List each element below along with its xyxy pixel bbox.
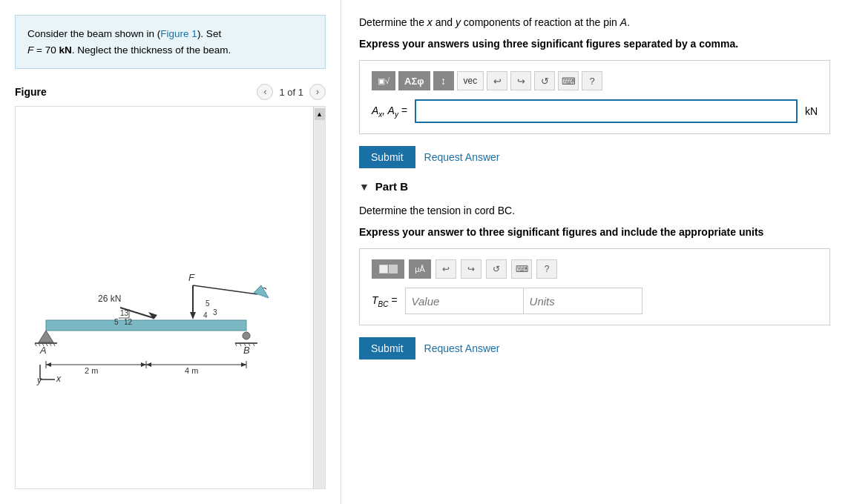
svg-marker-46	[46, 362, 51, 367]
tb2-keyboard-button[interactable]: ⌨	[511, 259, 532, 279]
format-button-2[interactable]: ΑΣφ	[398, 71, 430, 90]
part-b-actions: Submit Request Answer	[359, 337, 830, 359]
part-a-submit-button[interactable]: Submit	[359, 146, 415, 168]
tb2-help-button[interactable]: ?	[536, 259, 557, 279]
svg-text:3: 3	[213, 308, 217, 316]
svg-text:y: y	[36, 375, 42, 385]
svg-text:2 m: 2 m	[85, 366, 98, 375]
diagram-area: y x A	[16, 107, 313, 488]
part-b-submit-button[interactable]: Submit	[359, 337, 415, 359]
format-button-3[interactable]: ↕	[433, 71, 454, 90]
part-b-toolbar: μÅ ↩ ↪ ↺ ⌨ ?	[372, 259, 818, 279]
problem-statement: Consider the beam shown in (Figure 1). S…	[15, 15, 326, 69]
svg-text:12: 12	[124, 318, 133, 326]
part-b-answer-box: μÅ ↩ ↪ ↺ ⌨ ? TBC =	[359, 248, 830, 325]
equation-label-a: Ax, Ay =	[372, 105, 407, 119]
figure-scrollbar[interactable]: ▲	[313, 107, 325, 488]
part-b-request-button[interactable]: Request Answer	[424, 342, 500, 354]
svg-text:5: 5	[206, 299, 210, 308]
right-panel: Determine the x and y components of reac…	[341, 0, 848, 504]
format-button-1[interactable]: ▣√	[372, 71, 395, 90]
part-b-header: ▼ Part B	[359, 180, 830, 193]
problem-text: Consider the beam shown in (Figure 1). S…	[27, 28, 231, 56]
svg-marker-47	[141, 362, 146, 367]
scroll-track	[315, 120, 325, 488]
part-b-input-row: TBC =	[372, 288, 818, 314]
svg-marker-48	[146, 362, 151, 367]
figure-link[interactable]: Figure 1	[160, 28, 197, 39]
svg-text:x: x	[56, 374, 62, 384]
part-a-answer-box: ▣√ ΑΣφ ↕ vec ↩ ↪ ↺ ⌨ ? Ax, Ay = kN	[359, 60, 830, 134]
tbc-value-input[interactable]	[405, 288, 524, 314]
part-a-actions: Submit Request Answer	[359, 146, 830, 168]
figure-next-button[interactable]: ›	[309, 84, 326, 100]
figure-header: Figure ‹ 1 of 1 ›	[15, 84, 326, 100]
part-b-instruction: Express your answer to three significant…	[359, 226, 830, 238]
scroll-up-button[interactable]: ▲	[315, 108, 325, 120]
tb2-format-button-2[interactable]: μÅ	[409, 259, 431, 279]
part-a-unit: kN	[805, 105, 818, 117]
value-units-container	[405, 288, 642, 314]
part-b-title: Part B	[375, 180, 408, 193]
figure-prev-button[interactable]: ‹	[257, 84, 273, 100]
left-panel: Consider the beam shown in (Figure 1). S…	[0, 0, 341, 504]
tb2-refresh-button[interactable]: ↺	[486, 259, 507, 279]
figure-navigation: ‹ 1 of 1 ›	[257, 84, 326, 100]
figure-section: Figure ‹ 1 of 1 › y x	[15, 84, 326, 489]
svg-text:13: 13	[120, 309, 129, 317]
tb2-undo-button[interactable]: ↩	[435, 259, 456, 279]
part-b-intro: Determine the tension in cord BC.	[359, 203, 830, 219]
tb2-redo-button[interactable]: ↪	[461, 259, 481, 279]
svg-text:4 m: 4 m	[185, 366, 198, 375]
keyboard-button[interactable]: ⌨	[558, 71, 579, 90]
svg-marker-5	[39, 331, 53, 342]
svg-point-14	[243, 332, 250, 339]
beam-diagram: y x A	[24, 205, 306, 391]
part-a-intro: Determine the x and y components of reac…	[359, 15, 830, 30]
svg-line-26	[193, 285, 257, 294]
svg-marker-24	[190, 312, 196, 319]
part-a-toolbar: ▣√ ΑΣφ ↕ vec ↩ ↪ ↺ ⌨ ?	[372, 71, 818, 90]
part-a-request-button[interactable]: Request Answer	[424, 151, 500, 163]
vec-button[interactable]: vec	[457, 71, 484, 90]
tb2-format-button-1[interactable]	[372, 259, 404, 279]
part-a-instruction: Express your answers using three signifi…	[359, 38, 830, 50]
figure-container: y x A	[15, 106, 326, 489]
tbc-label: TBC =	[372, 294, 398, 308]
svg-text:B: B	[243, 345, 250, 356]
undo-button[interactable]: ↩	[487, 71, 507, 90]
part-a-input[interactable]	[415, 99, 798, 123]
svg-text:A: A	[39, 345, 47, 356]
figure-count: 1 of 1	[279, 87, 303, 98]
part-b-arrow-icon: ▼	[359, 181, 369, 193]
tbc-units-input[interactable]	[524, 288, 642, 314]
svg-text:26 kN: 26 kN	[98, 294, 121, 304]
svg-text:5: 5	[114, 318, 119, 326]
refresh-button[interactable]: ↺	[534, 71, 555, 90]
svg-rect-4	[46, 320, 246, 331]
svg-marker-49	[241, 362, 246, 367]
svg-marker-30	[148, 312, 157, 319]
redo-button[interactable]: ↪	[510, 71, 531, 90]
help-button[interactable]: ?	[582, 71, 602, 90]
part-a-input-row: Ax, Ay = kN	[372, 99, 818, 123]
svg-text:4: 4	[203, 311, 208, 319]
figure-title: Figure	[15, 86, 47, 98]
svg-text:F: F	[188, 272, 195, 283]
